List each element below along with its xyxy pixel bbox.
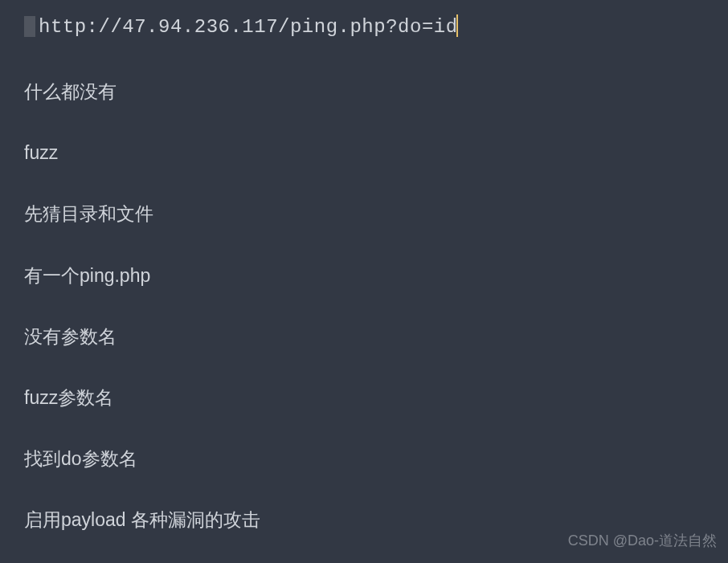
note-line: fuzz参数名 [24,385,704,410]
note-line: 找到do参数名 [24,446,704,471]
editor-content: http://47.94.236.117/ping.php?do=id 什么都没… [0,0,728,563]
watermark-text: CSDN @Dao-道法自然 [568,531,717,550]
url-input-line[interactable]: http://47.94.236.117/ping.php?do=id [24,14,458,40]
note-line: fuzz [24,140,704,165]
text-cursor [456,14,458,37]
url-text: http://47.94.236.117/ping.php?do=id [39,16,458,38]
note-line: 没有参数名 [24,324,704,349]
note-line: 先猜目录和文件 [24,201,704,226]
note-line: 有一个ping.php [24,263,704,288]
selection-marker [24,16,35,37]
note-line: 启用payload 各种漏洞的攻击 [24,507,704,532]
note-line: 什么都没有 [24,79,704,104]
